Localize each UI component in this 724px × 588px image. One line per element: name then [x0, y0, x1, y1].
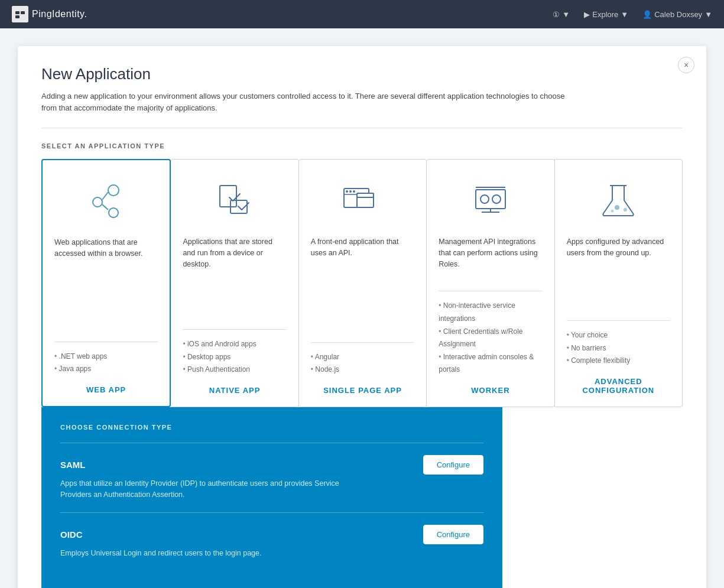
bullet-item: Your choice	[567, 329, 670, 342]
svg-line-7	[102, 204, 108, 210]
bullet-item: Client Credentials w/Role Assignment	[439, 326, 542, 351]
advanced-desc: Apps configured by advanced users from t…	[567, 236, 670, 312]
svg-line-6	[102, 192, 108, 200]
app-card-spa[interactable]: A front-end application that uses an API…	[298, 159, 427, 407]
app-type-grid: Web applications that are accessed withi…	[41, 159, 683, 407]
modal-container: × New Application Adding a new applicati…	[18, 46, 706, 588]
svg-point-4	[93, 197, 102, 207]
title-divider	[41, 128, 683, 128]
web-app-divider	[54, 342, 158, 342]
app-card-advanced[interactable]: Apps configured by advanced users from t…	[554, 159, 683, 407]
bullet-item: Interactive admin consoles & portals	[439, 351, 542, 376]
logo: PingIdentity.	[12, 6, 87, 22]
saml-option: SAML Configure Apps that utilize an Iden…	[60, 455, 483, 501]
svg-point-25	[624, 208, 627, 212]
bullet-item: No barriers	[567, 342, 670, 355]
nav-right: ① ▼ ▶ Explore ▼ 👤 Caleb Doxsey ▼	[553, 10, 712, 19]
help-icon: ①	[553, 10, 560, 19]
advanced-name: ADVANCED CONFIGURATION	[567, 377, 670, 395]
app-card-worker[interactable]: Management API integrations that can per…	[426, 159, 554, 407]
spa-desc: A front-end application that uses an API…	[311, 236, 414, 334]
user-icon: 👤	[642, 10, 652, 19]
app-card-web-app[interactable]: Web applications that are accessed withi…	[41, 159, 171, 407]
oidc-option: OIDC Configure Employs Universal Login a…	[60, 525, 483, 559]
logo-icon	[12, 6, 28, 22]
svg-point-13	[353, 190, 355, 193]
spa-name: SINGLE PAGE APP	[311, 386, 414, 395]
svg-point-11	[346, 190, 348, 193]
modal-title: New Application	[41, 65, 683, 83]
svg-rect-1	[21, 11, 25, 14]
logo-text: PingIdentity.	[32, 9, 87, 20]
saml-desc: Apps that utilize an Identity Provider (…	[60, 478, 368, 501]
worker-bullets: Non-interactive service integrations Cli…	[439, 300, 542, 376]
help-button[interactable]: ① ▼	[553, 10, 570, 19]
explore-button[interactable]: ▶ Explore ▼	[584, 10, 628, 19]
svg-point-19	[492, 195, 501, 203]
native-app-icon	[183, 174, 286, 227]
user-dropdown-arrow: ▼	[704, 10, 712, 19]
modal-description: Adding a new application to your environ…	[41, 90, 573, 113]
bullet-item: .NET web apps	[54, 350, 158, 363]
explore-dropdown-arrow: ▼	[621, 10, 628, 19]
svg-rect-15	[357, 193, 374, 207]
oidc-name: OIDC	[60, 529, 83, 540]
advanced-icon	[567, 174, 670, 227]
svg-point-26	[611, 210, 614, 213]
native-app-desc: Applications that are stored and run fro…	[183, 236, 286, 321]
advanced-divider	[567, 320, 670, 321]
oidc-desc: Employs Universal Login and redirect use…	[60, 548, 368, 559]
oidc-header: OIDC Configure	[60, 525, 483, 544]
native-app-divider	[183, 329, 286, 330]
explore-icon: ▶	[584, 10, 590, 19]
oidc-configure-button[interactable]: Configure	[423, 525, 483, 544]
page-content: × New Application Adding a new applicati…	[0, 28, 724, 588]
worker-divider	[439, 291, 542, 291]
bullet-item: iOS and Android apps	[183, 338, 286, 351]
svg-point-24	[615, 205, 619, 210]
web-app-desc: Web applications that are accessed withi…	[54, 237, 158, 333]
svg-point-5	[109, 208, 118, 217]
web-app-name: WEB APP	[54, 385, 158, 394]
bullet-item: Non-interactive service integrations	[439, 300, 542, 325]
connection-label: CHOOSE CONNECTION TYPE	[60, 424, 483, 431]
bullet-item: Complete flexibility	[567, 355, 670, 368]
bullet-item: Java apps	[54, 363, 158, 376]
app-card-native-app[interactable]: Applications that are stored and run fro…	[170, 159, 298, 407]
bullet-item: Push Authentication	[183, 363, 286, 376]
section-label: SELECT AN APPLICATION TYPE	[41, 142, 683, 150]
spa-divider	[311, 342, 414, 343]
connection-top-divider	[60, 443, 483, 443]
svg-point-12	[349, 190, 352, 193]
web-app-icon	[54, 174, 158, 228]
saml-bottom-divider	[60, 512, 483, 513]
connection-panel: CHOOSE CONNECTION TYPE SAML Configure Ap…	[41, 407, 502, 588]
saml-name: SAML	[60, 460, 86, 470]
svg-rect-2	[15, 15, 20, 18]
svg-point-18	[480, 195, 489, 203]
svg-point-3	[108, 185, 119, 196]
worker-name: WORKER	[439, 386, 542, 395]
svg-rect-8	[220, 186, 236, 207]
help-dropdown-arrow: ▼	[562, 10, 570, 19]
svg-rect-0	[15, 11, 20, 14]
native-app-bullets: iOS and Android apps Desktop apps Push A…	[183, 338, 286, 376]
saml-configure-button[interactable]: Configure	[423, 455, 483, 475]
saml-header: SAML Configure	[60, 455, 483, 475]
advanced-bullets: Your choice No barriers Complete flexibi…	[567, 329, 670, 368]
bullet-item: Node.js	[311, 363, 414, 376]
worker-desc: Management API integrations that can per…	[439, 236, 542, 282]
user-menu[interactable]: 👤 Caleb Doxsey ▼	[642, 10, 712, 19]
spa-icon	[311, 174, 414, 227]
bullet-item: Angular	[311, 351, 414, 364]
card-pointer	[98, 406, 115, 415]
close-button[interactable]: ×	[678, 57, 694, 73]
bullet-item: Desktop apps	[183, 351, 286, 364]
top-navigation: PingIdentity. ① ▼ ▶ Explore ▼ 👤 Caleb Do…	[0, 0, 724, 28]
spa-bullets: Angular Node.js	[311, 351, 414, 376]
worker-icon	[439, 174, 542, 227]
native-app-name: NATIVE APP	[183, 386, 286, 395]
web-app-bullets: .NET web apps Java apps	[54, 350, 158, 376]
